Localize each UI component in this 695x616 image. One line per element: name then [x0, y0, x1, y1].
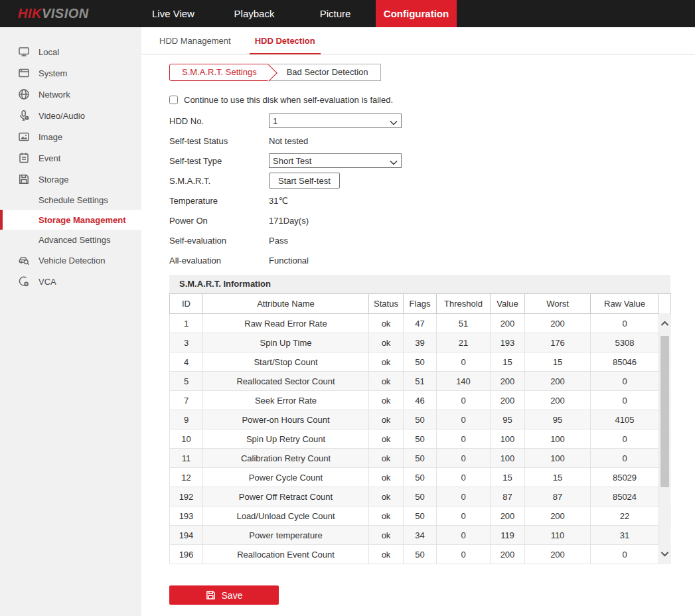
table-cell: 7	[170, 391, 203, 410]
table-cell: 3	[170, 333, 203, 352]
sidebar-item-schedule-settings[interactable]: Schedule Settings	[0, 190, 141, 210]
nav-tab-configuration[interactable]: Configuration	[376, 0, 457, 27]
table-cell: ok	[369, 391, 404, 410]
table-cell: 200	[491, 506, 525, 526]
table-cell: ok	[369, 352, 404, 372]
table-cell: 85029	[591, 468, 659, 487]
smart-row: S.M.A.R.T. Start Self-test	[169, 171, 695, 191]
table-cell: 100	[525, 429, 591, 449]
sidebar-item-label: Vehicle Detection	[39, 256, 105, 266]
top-navbar: HIKVISION Live View Playback Picture Con…	[0, 0, 695, 27]
table-scrollbar[interactable]	[659, 313, 670, 564]
table-cell: 12	[170, 468, 203, 487]
sidebar-item-label: Network	[39, 90, 70, 100]
sidebar-item-network[interactable]: Network	[0, 84, 141, 105]
tab-hdd-detection[interactable]: HDD Detection	[250, 27, 321, 54]
sidebar-item-event[interactable]: Event	[0, 147, 141, 169]
save-icon	[206, 590, 216, 600]
table-cell: Raw Read Error Rate	[203, 314, 369, 333]
image-icon	[18, 131, 30, 143]
table-row: 5Reallocated Sector Countok511402002000	[170, 372, 671, 391]
table-cell: Seek Error Rate	[203, 391, 369, 410]
table-cell: ok	[369, 410, 404, 429]
scroll-up-icon[interactable]	[659, 315, 670, 332]
table-cell: ok	[369, 545, 404, 564]
sidebar-item-vca[interactable]: VCA	[0, 271, 141, 292]
table-cell: 200	[491, 372, 525, 391]
table-cell: 87	[525, 487, 591, 506]
self-test-type-select[interactable]: Short Test	[269, 153, 402, 168]
start-self-test-button[interactable]: Start Self-test	[269, 173, 340, 189]
hdd-no-select[interactable]: 1	[269, 114, 402, 128]
sidebar-item-image[interactable]: Image	[0, 126, 141, 147]
scroll-down-icon[interactable]	[659, 545, 670, 562]
table-cell: 46	[404, 391, 437, 410]
power-on-label: Power On	[169, 216, 269, 226]
table-row: 193Load/Unload Cycle Countok50020020022	[170, 506, 671, 526]
hikvision-logo: HIKVISION	[0, 0, 133, 27]
nav-tab-live-view[interactable]: Live View	[133, 0, 214, 27]
table-row: 10Spin Up Retry Countok5001001000	[170, 429, 671, 449]
table-cell: 85024	[591, 487, 659, 506]
table-cell: ok	[369, 506, 404, 526]
tab-hdd-management[interactable]: HDD Management	[154, 27, 236, 54]
temperature-value: 31℃	[269, 196, 288, 206]
sidebar-item-storage[interactable]: Storage	[0, 169, 141, 190]
table-cell: 0	[437, 468, 491, 487]
table-cell: 50	[404, 449, 437, 468]
chevron-down-icon	[390, 118, 398, 128]
table-cell: Start/Stop Count	[203, 352, 369, 372]
smart-information-header: S.M.A.R.T. Information	[169, 275, 670, 293]
col-header-value: Value	[491, 294, 525, 314]
table-cell: ok	[369, 526, 404, 545]
sidebar-item-system[interactable]: System	[0, 62, 141, 84]
nav-tab-playback[interactable]: Playback	[214, 0, 295, 27]
sidebar-item-advanced-settings[interactable]: Advanced Settings	[0, 230, 141, 250]
subtab-smart-settings[interactable]: S.M.A.R.T. Settings	[169, 64, 270, 81]
sidebar-item-storage-management[interactable]: Storage Management	[0, 210, 141, 230]
table-cell: ok	[369, 449, 404, 468]
sidebar: Local System Network Video/Audio Image E…	[0, 27, 141, 616]
table-row: 4Start/Stop Countok500151585046	[170, 352, 671, 372]
table-row: 9Power-on Hours Countok50095954105	[170, 410, 671, 429]
table-cell: 15	[525, 352, 591, 372]
table-cell: 31	[591, 526, 659, 545]
table-row: 12Power Cycle Countok500151585029	[170, 468, 671, 487]
table-cell: 5	[170, 372, 203, 391]
table-cell: 51	[404, 372, 437, 391]
table-cell: 200	[491, 391, 525, 410]
chevron-down-icon	[390, 158, 398, 168]
sidebar-item-label: Local	[39, 47, 59, 57]
floppy-icon	[18, 173, 30, 185]
event-icon	[18, 152, 30, 164]
smart-table-wrap: ID Attribute Name Status Flags Threshold…	[169, 293, 670, 564]
nav-tab-picture[interactable]: Picture	[295, 0, 376, 27]
sidebar-item-local[interactable]: Local	[0, 41, 141, 62]
power-on-value: 171Day(s)	[269, 216, 309, 226]
table-cell: 200	[491, 314, 525, 333]
logo-vision-text: VISION	[42, 6, 89, 21]
table-cell: Power temperature	[203, 526, 369, 545]
self-test-status-value: Not tested	[269, 136, 308, 146]
scrollbar-thumb[interactable]	[660, 336, 669, 487]
table-row: 1Raw Read Error Rateok47512002000	[170, 314, 671, 333]
table-cell: 50	[404, 545, 437, 564]
continue-use-disk-row: Continue to use this disk when self-eval…	[169, 95, 695, 105]
sidebar-item-video-audio[interactable]: Video/Audio	[0, 105, 141, 126]
col-header-attribute-name: Attribute Name	[203, 294, 369, 314]
subtab-bad-sector-detection[interactable]: Bad Sector Detection	[270, 64, 381, 81]
continue-use-disk-checkbox[interactable]	[169, 96, 178, 104]
table-cell: 0	[437, 545, 491, 564]
sidebar-item-label: Storage	[39, 175, 69, 185]
sidebar-item-vehicle-detection[interactable]: Vehicle Detection	[0, 250, 141, 271]
table-cell: 47	[404, 314, 437, 333]
col-header-raw-value: Raw Value	[591, 294, 659, 314]
table-cell: ok	[369, 468, 404, 487]
table-cell: 4	[170, 352, 203, 372]
table-cell: 200	[525, 506, 591, 526]
globe-icon	[18, 88, 30, 100]
smart-form: HDD No. 1 Self-test Status Not tested Se…	[169, 111, 695, 270]
table-cell: 0	[591, 372, 659, 391]
save-button[interactable]: Save	[169, 585, 279, 605]
sidebar-item-label: Video/Audio	[39, 111, 85, 121]
